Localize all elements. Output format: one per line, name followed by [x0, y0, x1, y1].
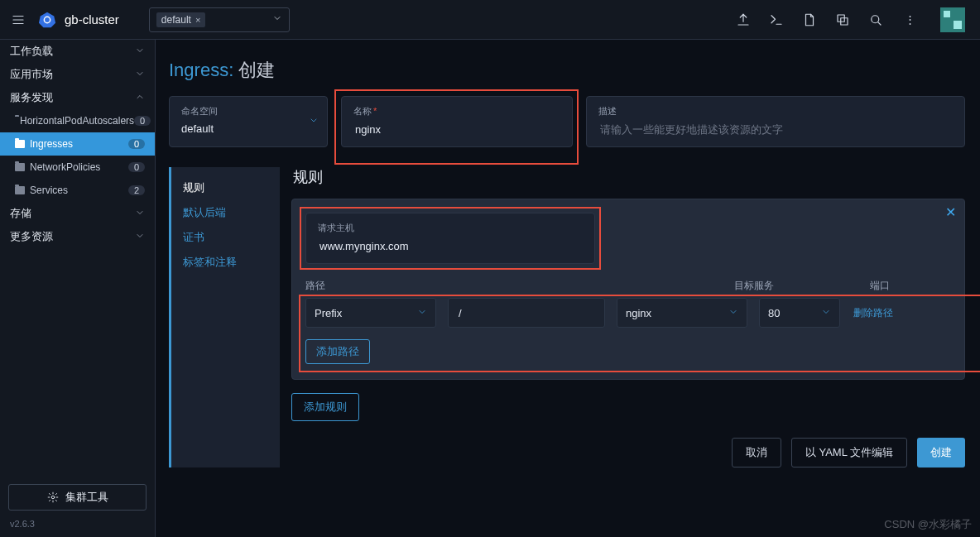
- folder-icon: [15, 186, 25, 194]
- hamburger-icon[interactable]: [0, 12, 36, 27]
- folder-icon: [15, 163, 25, 171]
- page-title: Ingress: 创建: [169, 58, 965, 83]
- chevron-down-icon: [135, 46, 145, 57]
- svg-point-10: [51, 496, 55, 499]
- cluster-tools-button[interactable]: 集群工具: [8, 484, 147, 511]
- name-field[interactable]: 名称*: [341, 96, 573, 147]
- sidebar-item-label: HorizontalPodAutoscalers: [20, 115, 134, 127]
- chevron-down-icon: [309, 116, 319, 128]
- field-label: 名称*: [353, 105, 560, 117]
- path-row: Prefix nginx 80 删除路径: [305, 298, 951, 328]
- delete-path-link[interactable]: 删除路径: [853, 306, 893, 320]
- target-service-select[interactable]: nginx: [617, 298, 747, 328]
- section-tab-labels[interactable]: 标签和注释: [171, 250, 280, 275]
- field-label: 请求主机: [318, 222, 583, 234]
- sidebar-item-ingresses[interactable]: Ingresses0: [0, 132, 155, 156]
- panel-title: 规则: [293, 167, 965, 187]
- create-button[interactable]: 创建: [917, 438, 965, 467]
- main: Ingress: 创建 命名空间 default 名称* 描述: [156, 40, 980, 537]
- chevron-down-icon: [272, 13, 282, 26]
- section-tab-certs[interactable]: 证书: [171, 225, 280, 250]
- cancel-button[interactable]: 取消: [732, 438, 781, 467]
- add-rule-button[interactable]: 添加规则: [291, 393, 359, 421]
- avatar[interactable]: [940, 7, 965, 32]
- namespace-select[interactable]: default ×: [149, 7, 290, 32]
- sidebar-group-label: 工作负载: [10, 44, 53, 59]
- chevron-down-icon: [135, 69, 145, 80]
- host-input[interactable]: [318, 239, 583, 253]
- form-footer: 取消 以 YAML 文件编辑 创建: [291, 438, 965, 467]
- edit-yaml-button[interactable]: 以 YAML 文件编辑: [791, 438, 907, 467]
- sidebar-group-label: 存储: [10, 206, 31, 221]
- sidebar-item-label: Services: [30, 185, 68, 196]
- top-bar: gb-cluster default × ⋮: [0, 0, 980, 40]
- import-icon[interactable]: [735, 12, 752, 28]
- sidebar: 工作负载 应用市场 服务发现 HorizontalPodAutoscalers0…: [0, 40, 156, 537]
- add-path-button[interactable]: 添加路径: [305, 339, 370, 364]
- col-service: 目标服务: [734, 279, 858, 293]
- kebab-menu-icon[interactable]: ⋮: [901, 12, 917, 28]
- sidebar-item-label: Ingresses: [30, 138, 73, 150]
- shell-icon[interactable]: [768, 12, 785, 28]
- select-value: 80: [768, 307, 780, 319]
- path-columns: 路径 目标服务 端口: [305, 279, 951, 293]
- topbar-actions: ⋮: [735, 7, 972, 32]
- col-port: 端口: [870, 279, 951, 293]
- chevron-down-icon: [135, 231, 145, 242]
- description-field[interactable]: 描述: [586, 96, 965, 147]
- chevron-down-icon: [135, 208, 145, 219]
- close-icon[interactable]: ✕: [945, 204, 956, 220]
- sidebar-group-label: 更多资源: [10, 229, 53, 244]
- search-icon[interactable]: [867, 12, 884, 28]
- sidebar-item-networkpolicies[interactable]: NetworkPolicies0: [0, 156, 155, 179]
- field-label: 描述: [598, 105, 953, 117]
- section-tab-rules[interactable]: 规则: [171, 175, 280, 200]
- folder-icon: [15, 140, 25, 148]
- field-value: default: [181, 122, 315, 135]
- count-badge: 0: [128, 162, 145, 172]
- sidebar-group-apps[interactable]: 应用市场: [0, 63, 155, 86]
- rules-panel: 规则 ✕ 请求主机 路径 目标服务 端口: [291, 167, 965, 467]
- rule-card: ✕ 请求主机 路径 目标服务 端口 Prefix: [291, 199, 965, 380]
- select-value: Prefix: [315, 307, 342, 319]
- namespace-chip[interactable]: default ×: [156, 12, 205, 27]
- chevron-down-icon: [728, 307, 738, 319]
- version-label: v2.6.3: [0, 519, 155, 537]
- sidebar-item-label: NetworkPolicies: [30, 161, 100, 173]
- sidebar-item-hpa[interactable]: HorizontalPodAutoscalers0: [0, 109, 155, 132]
- sidebar-group-more[interactable]: 更多资源: [0, 225, 155, 248]
- col-path: 路径: [305, 279, 554, 293]
- svg-marker-3: [39, 12, 55, 26]
- cluster-tools-label: 集群工具: [65, 490, 108, 505]
- kubernetes-logo-icon: [36, 9, 58, 31]
- sidebar-item-services[interactable]: Services2: [0, 179, 155, 202]
- form-section-nav: 规则 默认后端 证书 标签和注释: [169, 167, 280, 467]
- port-select[interactable]: 80: [759, 298, 840, 328]
- count-badge: 2: [128, 185, 145, 195]
- host-field[interactable]: 请求主机: [305, 213, 595, 264]
- sidebar-group-discovery[interactable]: 服务发现: [0, 86, 155, 109]
- namespace-field[interactable]: 命名空间 default: [169, 96, 328, 147]
- sidebar-group-storage[interactable]: 存储: [0, 202, 155, 225]
- namespace-chip-label: default: [161, 14, 191, 26]
- chevron-up-icon: [135, 92, 145, 103]
- svg-line-9: [878, 22, 881, 24]
- path-type-select[interactable]: Prefix: [305, 298, 436, 328]
- path-input[interactable]: [448, 298, 605, 328]
- section-tab-default-backend[interactable]: 默认后端: [171, 200, 280, 225]
- chevron-down-icon: [821, 307, 831, 319]
- description-input[interactable]: [598, 122, 953, 137]
- count-badge: 0: [134, 116, 151, 126]
- sidebar-group-workloads[interactable]: 工作负载: [0, 40, 155, 63]
- sidebar-group-label: 服务发现: [10, 90, 53, 105]
- select-value: nginx: [626, 307, 651, 319]
- cluster-name[interactable]: gb-cluster: [65, 12, 119, 26]
- namespace-chip-close-icon[interactable]: ×: [195, 15, 200, 25]
- copy-icon[interactable]: [834, 12, 851, 28]
- chevron-down-icon: [417, 307, 427, 319]
- sidebar-group-label: 应用市场: [10, 67, 53, 82]
- count-badge: 0: [128, 139, 145, 149]
- name-input[interactable]: [353, 122, 560, 137]
- file-icon[interactable]: [801, 12, 818, 28]
- field-label: 命名空间: [181, 105, 315, 117]
